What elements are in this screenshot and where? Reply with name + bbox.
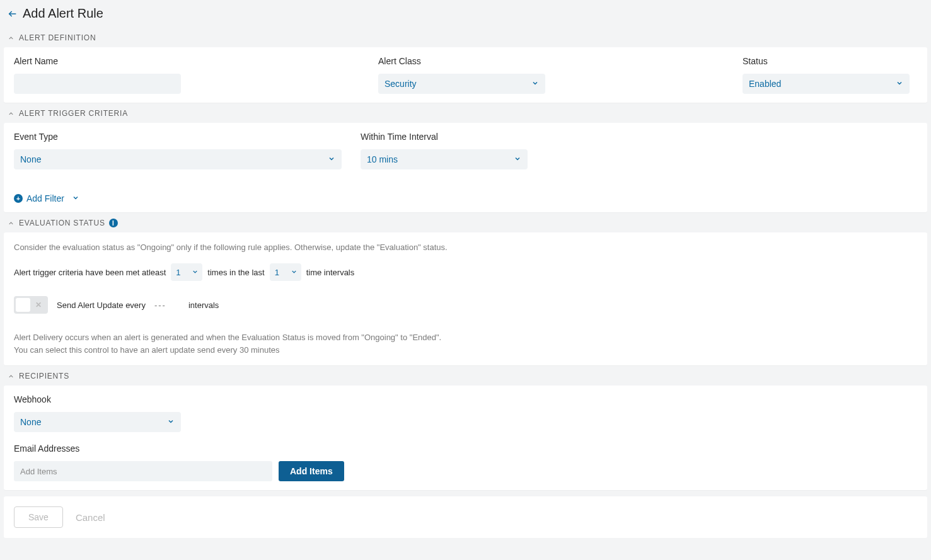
- panel-definition: Alert Name Alert Class Security Status E…: [4, 47, 927, 103]
- count-select[interactable]: 1: [171, 263, 202, 281]
- collapse-icon[interactable]: [6, 35, 15, 42]
- chevron-down-icon: [291, 268, 298, 277]
- add-filter-button[interactable]: + Add Filter: [14, 193, 79, 203]
- page-header: Add Alert Rule: [0, 0, 931, 27]
- eval-text-2: times in the last: [207, 268, 264, 277]
- collapse-icon[interactable]: [6, 110, 15, 117]
- event-type-value: None: [20, 154, 41, 164]
- within-interval-select[interactable]: 10 mins: [361, 149, 528, 169]
- chevron-down-icon: [192, 268, 199, 277]
- info-icon[interactable]: i: [109, 219, 118, 227]
- chevron-down-icon: [328, 155, 335, 164]
- section-header-evaluation: EVALUATION STATUS i: [0, 212, 931, 232]
- panel-evaluation: Consider the evaluation status as "Ongoi…: [4, 232, 927, 365]
- note-line-2: You can select this control to have an a…: [14, 344, 917, 357]
- note-line-1: Alert Delivery occurs when an alert is g…: [14, 331, 917, 344]
- label-webhook: Webhook: [14, 394, 917, 404]
- eval-text-3: time intervals: [306, 268, 355, 277]
- toggle-suffix: intervals: [188, 300, 219, 310]
- add-items-button[interactable]: Add Items: [279, 461, 344, 481]
- label-alert-class: Alert Class: [378, 56, 727, 66]
- webhook-select[interactable]: None: [14, 412, 181, 432]
- chevron-down-icon: [72, 194, 79, 203]
- save-button[interactable]: Save: [14, 506, 63, 528]
- email-input[interactable]: [14, 461, 272, 481]
- add-filter-label: Add Filter: [26, 193, 64, 203]
- evaluation-hint: Consider the evaluation status as "Ongoi…: [14, 243, 917, 252]
- label-alert-name: Alert Name: [14, 56, 363, 66]
- footer-actions: Save Cancel: [4, 496, 927, 538]
- evaluation-note: Alert Delivery occurs when an alert is g…: [14, 331, 917, 357]
- alert-name-input[interactable]: [14, 74, 181, 94]
- panel-trigger: Event Type None Within Time Interval 10 …: [4, 123, 927, 212]
- label-status: Status: [743, 56, 917, 66]
- within-interval-value: 10 mins: [367, 154, 398, 164]
- section-title: ALERT TRIGGER CRITERIA: [19, 109, 128, 118]
- webhook-value: None: [20, 417, 41, 427]
- chevron-down-icon: [531, 79, 539, 89]
- section-header-recipients: RECIPIENTS: [0, 365, 931, 386]
- x-icon: ✕: [30, 300, 46, 309]
- chevron-down-icon: [896, 79, 903, 89]
- label-within-interval: Within Time Interval: [361, 132, 531, 142]
- collapse-icon[interactable]: [6, 220, 15, 227]
- chevron-down-icon: [167, 418, 175, 427]
- status-value: Enabled: [749, 79, 781, 89]
- interval-count-select[interactable]: 1: [270, 263, 301, 281]
- section-title: EVALUATION STATUS: [19, 219, 105, 227]
- toggle-value-placeholder: ---: [154, 300, 180, 310]
- label-event-type: Event Type: [14, 132, 342, 142]
- event-type-select[interactable]: None: [14, 149, 342, 169]
- toggle-knob: [16, 298, 30, 312]
- panel-recipients: Webhook None Email Addresses Add Items: [4, 386, 927, 490]
- send-update-toggle[interactable]: ✕: [14, 296, 48, 314]
- count-value: 1: [176, 268, 180, 277]
- status-select[interactable]: Enabled: [743, 74, 910, 94]
- section-header-definition: ALERT DEFINITION: [0, 27, 931, 47]
- plus-icon: +: [14, 194, 23, 203]
- section-header-trigger: ALERT TRIGGER CRITERIA: [0, 103, 931, 123]
- page-title: Add Alert Rule: [23, 6, 103, 21]
- alert-class-value: Security: [385, 79, 417, 89]
- cancel-button[interactable]: Cancel: [76, 512, 105, 523]
- collapse-icon[interactable]: [6, 373, 15, 380]
- chevron-down-icon: [514, 155, 521, 164]
- eval-text-1: Alert trigger criteria have been met atl…: [14, 268, 166, 277]
- label-email: Email Addresses: [14, 443, 917, 454]
- section-title: RECIPIENTS: [19, 372, 69, 380]
- section-title: ALERT DEFINITION: [19, 33, 96, 42]
- back-arrow-icon[interactable]: [8, 9, 18, 19]
- alert-class-select[interactable]: Security: [378, 74, 545, 94]
- interval-count-value: 1: [275, 268, 279, 277]
- toggle-label: Send Alert Update every: [57, 300, 146, 310]
